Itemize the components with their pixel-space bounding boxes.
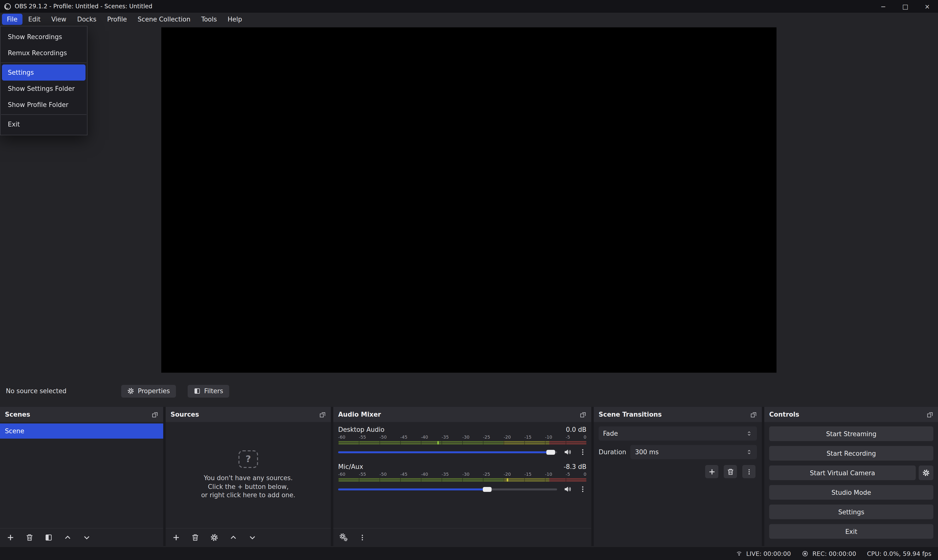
meter-peak-indicator	[507, 478, 508, 482]
meter-peak-indicator	[437, 441, 439, 445]
empty-state-line: You don't have any sources.	[204, 474, 293, 482]
popout-icon[interactable]	[319, 411, 326, 418]
volume-row	[338, 485, 587, 493]
mixer-options-kebab-icon[interactable]	[359, 534, 366, 541]
close-button[interactable]: ×	[916, 0, 938, 13]
sources-empty-state: ? You don't have any sources. Click the …	[166, 422, 331, 528]
source-status-text: No source selected	[6, 387, 66, 395]
audio-mixer-panel: Audio Mixer Desktop Audio 0.0 dB -60-55-…	[333, 407, 591, 546]
menu-docks[interactable]: Docks	[72, 14, 102, 25]
title-bar: OBS 29.1.2 - Profile: Untitled - Scenes:…	[0, 0, 938, 13]
scenes-panel-header: Scenes	[0, 407, 163, 422]
file-menu-settings[interactable]: Settings	[2, 65, 86, 81]
add-source-icon[interactable]	[172, 533, 180, 542]
move-source-down-icon[interactable]	[248, 533, 257, 542]
remove-transition-button[interactable]	[724, 465, 737, 478]
studio-mode-button[interactable]: Studio Mode	[769, 485, 933, 500]
add-scene-icon[interactable]	[6, 533, 15, 542]
file-menu-show-profile-folder[interactable]: Show Profile Folder	[2, 97, 86, 113]
maximize-button[interactable]: □	[894, 0, 916, 13]
move-scene-up-icon[interactable]	[63, 533, 72, 542]
properties-button[interactable]: Properties	[121, 385, 176, 397]
source-properties-gear-icon[interactable]	[210, 533, 219, 542]
speaker-icon[interactable]	[564, 485, 572, 493]
remove-source-icon[interactable]	[191, 533, 199, 542]
start-virtual-camera-button[interactable]: Start Virtual Camera	[769, 466, 916, 480]
remove-scene-icon[interactable]	[25, 533, 34, 542]
trash-icon	[726, 468, 734, 475]
virtual-camera-config-button[interactable]	[919, 466, 933, 480]
channel-db-value: 0.0 dB	[566, 426, 587, 433]
duration-spinbox[interactable]: 300 ms	[631, 445, 757, 459]
menu-help[interactable]: Help	[223, 14, 247, 25]
scene-filters-icon[interactable]	[45, 533, 53, 542]
sources-list[interactable]: ? You don't have any sources. Click the …	[166, 422, 331, 528]
move-source-up-icon[interactable]	[229, 533, 237, 542]
start-streaming-button[interactable]: Start Streaming	[769, 426, 933, 441]
meter-scale-tick: -30	[462, 435, 469, 440]
speaker-icon[interactable]	[564, 448, 572, 456]
stream-signal-icon	[735, 550, 743, 557]
scene-list-item[interactable]: Scene	[0, 423, 163, 438]
sources-panel-header: Sources	[166, 407, 331, 422]
meter-scale-tick: -10	[545, 472, 552, 477]
filter-icon	[193, 387, 200, 395]
popout-icon[interactable]	[579, 411, 587, 418]
settings-button[interactable]: Settings	[769, 505, 933, 519]
transition-actions	[599, 465, 757, 478]
start-recording-button[interactable]: Start Recording	[769, 446, 933, 461]
menu-file[interactable]: File	[2, 14, 23, 25]
meter-scale-tick: -25	[483, 472, 490, 477]
filters-button[interactable]: Filters	[187, 385, 229, 397]
scene-transitions-header: Scene Transitions	[594, 407, 762, 422]
properties-button-label: Properties	[138, 387, 170, 395]
volume-slider[interactable]	[338, 488, 557, 490]
file-menu-show-settings-folder[interactable]: Show Settings Folder	[2, 81, 86, 97]
advanced-audio-properties-icon[interactable]	[340, 533, 348, 542]
controls-body: Start Streaming Start Recording Start Vi…	[764, 422, 938, 546]
meter-scale-tick: -15	[524, 435, 531, 440]
mixer-channel-mic-aux: Mic/Aux -8.3 dB -60-55-50-45-40-35-30-25…	[333, 459, 591, 493]
file-menu-remux-recordings[interactable]: Remux Recordings	[2, 45, 86, 61]
transition-select[interactable]: Fade	[599, 426, 757, 441]
controls-panel-header: Controls	[764, 407, 938, 422]
duration-label: Duration	[599, 448, 626, 456]
exit-button[interactable]: Exit	[769, 524, 933, 539]
channel-name: Desktop Audio	[338, 426, 384, 433]
live-status: LIVE: 00:00:00	[735, 550, 791, 557]
move-scene-down-icon[interactable]	[83, 533, 91, 542]
popout-icon[interactable]	[750, 411, 757, 418]
channel-options-kebab-icon[interactable]	[579, 486, 587, 493]
popout-icon[interactable]	[927, 411, 933, 418]
channel-options-kebab-icon[interactable]	[579, 448, 587, 456]
volume-slider-handle[interactable]	[482, 487, 491, 492]
meter-scale-tick: 0	[584, 435, 586, 440]
preview-canvas[interactable]	[161, 27, 776, 373]
scenes-list[interactable]: Scene	[0, 422, 163, 528]
minimize-button[interactable]: −	[872, 0, 894, 13]
cpu-fps-stats: CPU: 0.0%, 59.94 fps	[867, 550, 932, 557]
menu-view[interactable]: View	[46, 14, 71, 25]
menu-profile[interactable]: Profile	[102, 14, 132, 25]
file-menu-show-recordings[interactable]: Show Recordings	[2, 29, 86, 45]
mixer-channel-desktop-audio: Desktop Audio 0.0 dB -60-55-50-45-40-35-…	[333, 422, 591, 456]
audio-mixer-toolbar	[333, 528, 591, 546]
audio-mixer-title: Audio Mixer	[338, 411, 381, 418]
add-transition-button[interactable]	[705, 465, 718, 478]
sources-panel-title: Sources	[171, 411, 199, 418]
file-menu-exit[interactable]: Exit	[2, 116, 86, 132]
volume-slider-handle[interactable]	[546, 449, 555, 454]
scene-transitions-panel: Scene Transitions Fade Duration 300 ms	[594, 407, 762, 546]
meter-scale-tick: -20	[504, 472, 511, 477]
transition-properties-button[interactable]	[742, 465, 755, 478]
popout-icon[interactable]	[151, 411, 158, 418]
sources-panel: Sources ? You don't have any sources. Cl…	[166, 407, 331, 546]
menu-edit[interactable]: Edit	[23, 14, 45, 25]
menu-tools[interactable]: Tools	[196, 14, 222, 25]
volume-slider[interactable]	[338, 451, 557, 453]
meter-scale-tick: -50	[379, 472, 387, 477]
menu-scene-collection[interactable]: Scene Collection	[132, 14, 195, 25]
meter-bar-left	[338, 478, 587, 480]
spinbox-arrows-icon[interactable]	[746, 448, 753, 456]
meter-bar-right	[338, 480, 587, 482]
